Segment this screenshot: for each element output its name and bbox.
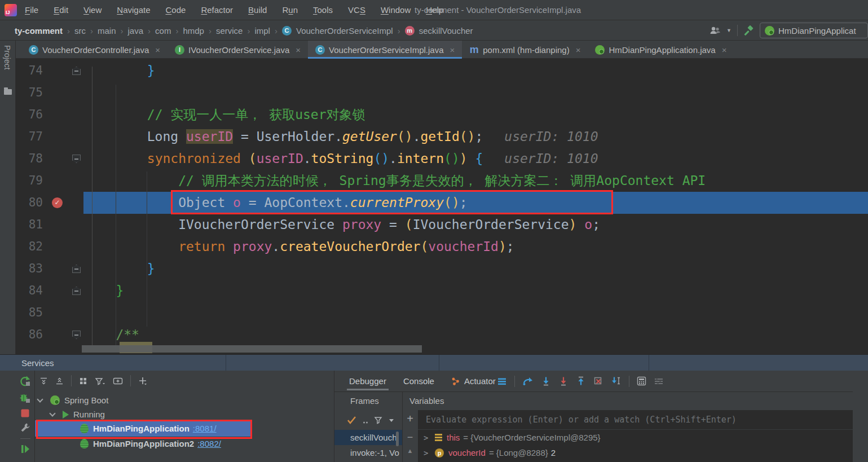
threads-check-icon[interactable] [347, 416, 357, 425]
breadcrumb-item-src[interactable]: src [74, 26, 86, 36]
layout-settings-icon[interactable] [654, 377, 664, 386]
line-number[interactable]: 83 [17, 258, 43, 280]
breadcrumb-item-hmdp[interactable]: hmdp [183, 26, 204, 36]
tab-pom-xml-hm-dianping-[interactable]: mpom.xml (hm-dianping)× [462, 41, 588, 59]
editor-hscrollbar-thumb[interactable] [82, 345, 422, 353]
line-number[interactable]: 86 [17, 324, 43, 346]
menu-tools[interactable]: Tools [313, 5, 333, 15]
add-icon[interactable] [138, 376, 147, 385]
code-line-85[interactable]: 85 [16, 302, 868, 324]
frame-row[interactable]: invoke:-1, Vo [334, 445, 402, 460]
line-number[interactable]: 77 [17, 126, 43, 148]
line-number[interactable]: 76 [17, 104, 43, 126]
line-number[interactable]: 74 [17, 60, 43, 82]
chevron-down-icon[interactable] [37, 396, 43, 402]
tab-close-icon[interactable]: × [155, 45, 160, 55]
code-line-74[interactable]: 74 } [16, 60, 868, 82]
breakpoint-icon[interactable]: ✓ [52, 197, 63, 208]
chevron-right-icon[interactable]: > [424, 433, 435, 442]
tab-voucherorderserviceimpl-java[interactable]: CVoucherOrderServiceImpl.java× [308, 41, 462, 59]
services-tool-window-header[interactable]: Services [0, 354, 868, 371]
breadcrumb-item-main[interactable]: main [98, 26, 116, 36]
breadcrumb-item-java[interactable]: java [128, 26, 144, 36]
breadcrumb-item-impl[interactable]: impl [254, 26, 270, 36]
tab-close-icon[interactable]: × [576, 45, 581, 55]
code-line-82[interactable]: 82 return proxy.createVoucherOrder(vouch… [16, 236, 868, 258]
menu-vcs[interactable]: VCS [348, 5, 365, 15]
line-number[interactable]: 85 [17, 302, 43, 324]
step-over-icon[interactable] [522, 376, 534, 386]
code-line-78[interactable]: 78 synchronized (userID.toString().inter… [16, 148, 868, 170]
more-dots-icon[interactable] [363, 416, 368, 424]
frames-scrollbar-thumb[interactable] [396, 432, 399, 446]
debugger-tab-console[interactable]: Console [403, 371, 434, 391]
debugger-tab-actuator[interactable]: Actuator [451, 371, 496, 391]
code-line-81[interactable]: 81 IVoucherOrderService proxy = (IVouche… [16, 214, 868, 236]
code-line-77[interactable]: 77 Long userID = UserHolder.getUser().ge… [16, 126, 868, 148]
breadcrumb-item-service[interactable]: service [216, 26, 243, 36]
service-port-link[interactable]: :8082/ [197, 439, 221, 448]
project-tool-button[interactable]: Project [3, 45, 12, 70]
fold-marker[interactable] [72, 331, 81, 339]
expand-all-icon[interactable] [39, 377, 48, 385]
breadcrumb-item-ty-comment[interactable]: ty-comment [15, 26, 63, 36]
tab-close-icon[interactable]: × [722, 45, 727, 55]
menu-code[interactable]: Code [166, 5, 186, 15]
group-by-icon[interactable] [79, 377, 87, 385]
debugger-tab-debugger[interactable]: Debugger [349, 371, 386, 391]
menu-window[interactable]: Window [381, 5, 411, 15]
fold-marker[interactable] [72, 287, 81, 295]
tab-close-icon[interactable]: × [296, 45, 301, 55]
menu-edit[interactable]: Edit [54, 5, 68, 15]
fold-marker[interactable] [72, 67, 81, 75]
menu-file[interactable]: File [25, 5, 38, 15]
fold-marker[interactable] [72, 265, 81, 273]
debug-menu-icon[interactable] [497, 376, 507, 386]
add-service-frame-icon[interactable] [113, 377, 123, 385]
tab-hmdianpingapplication-java[interactable]: HmDianPingApplication.java× [588, 41, 734, 59]
run-configuration-combo[interactable]: HmDianPingApplicat [760, 23, 868, 38]
breadcrumb-item-seckillvoucher[interactable]: seckillVoucher [419, 26, 473, 36]
dropdown-icon[interactable] [388, 417, 395, 424]
users-icon[interactable] [708, 25, 721, 36]
code-line-83[interactable]: 83 } [16, 258, 868, 280]
frame-row[interactable]: seckillVouch [334, 430, 402, 445]
variable-row-voucherId[interactable]: >pvoucherId= {Long@8288}2 [418, 445, 853, 460]
scroll-up-icon[interactable]: ▲ [402, 447, 418, 454]
menu-run[interactable]: Run [282, 5, 298, 15]
menu-view[interactable]: View [83, 5, 102, 15]
variable-row-this[interactable]: >this= {VoucherOrderServiceImpl@8295} [418, 430, 853, 445]
line-number[interactable]: 75 [17, 82, 43, 104]
line-number[interactable]: 82 [17, 236, 43, 258]
menu-navigate[interactable]: Navigate [117, 5, 150, 15]
chevron-down-icon[interactable] [49, 410, 55, 416]
tab-ivoucherorderservice-java[interactable]: IIVoucherOrderService.java× [168, 41, 308, 59]
breadcrumb-item-voucherorderserviceimpl[interactable]: VoucherOrderServiceImpl [296, 26, 393, 36]
evaluate-expression-input[interactable]: Evaluate expression (Enter) or add a wat… [418, 410, 853, 430]
code-line-84[interactable]: 84 } [16, 280, 868, 302]
line-number[interactable]: 81 [17, 214, 43, 236]
step-into-icon[interactable] [541, 376, 551, 386]
drop-frame-icon[interactable] [593, 376, 603, 386]
menu-refactor[interactable]: Refactor [201, 5, 233, 15]
build-hammer-icon[interactable] [743, 25, 754, 36]
menu-build[interactable]: Build [248, 5, 267, 15]
tab-close-icon[interactable]: × [450, 45, 455, 55]
code-line-75[interactable]: 75 [16, 82, 868, 104]
services-tree-row-spring-boot[interactable]: Spring Boot [0, 393, 349, 407]
rerun-icon[interactable] [19, 375, 31, 387]
line-number[interactable]: 84 [17, 280, 43, 302]
filter-dd-icon[interactable] [95, 377, 105, 385]
line-number[interactable]: 79 [17, 170, 43, 192]
breadcrumb-item-com[interactable]: com [155, 26, 171, 36]
tab-voucherordercontroller-java[interactable]: CVoucherOrderController.java× [21, 41, 168, 59]
step-out-icon[interactable] [576, 376, 586, 386]
add-watch-icon[interactable]: + [402, 412, 418, 425]
filter-icon[interactable] [374, 416, 382, 424]
users-dropdown-icon[interactable]: ▼ [726, 28, 732, 33]
line-number[interactable]: 80 [17, 192, 43, 214]
collapse-all-icon[interactable] [55, 377, 64, 385]
force-step-into-icon[interactable] [558, 376, 569, 386]
line-number[interactable]: 78 [17, 148, 43, 170]
code-line-76[interactable]: 76 // 实现一人一单， 获取user对象锁 [16, 104, 868, 126]
